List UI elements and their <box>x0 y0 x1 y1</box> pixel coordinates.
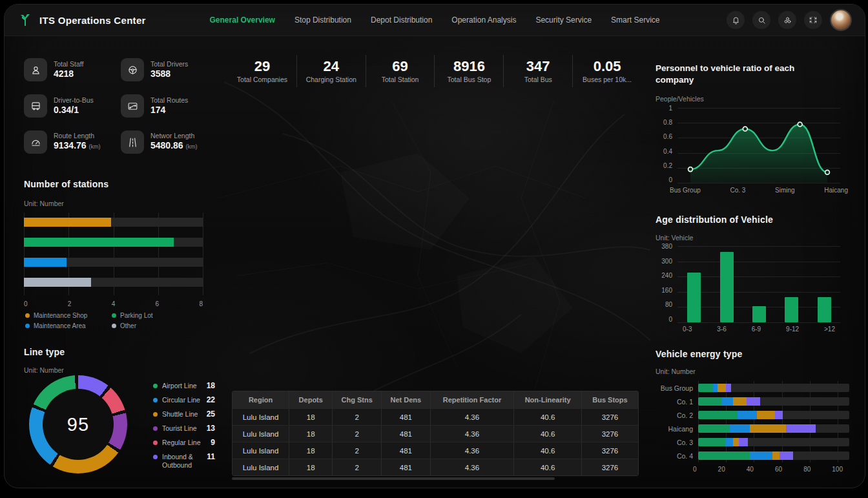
x-tick: 80 <box>803 466 811 473</box>
energy-segment <box>738 411 757 419</box>
table-cell: 4.36 <box>431 408 515 425</box>
y-tick: 0.2 <box>663 162 672 169</box>
summary-stat-label: Charging Station <box>306 76 356 83</box>
kpi-text: Total Routes174 <box>150 96 188 116</box>
apps-button[interactable] <box>778 11 796 29</box>
summary-stat-label: Total Bus <box>524 76 552 83</box>
energy-segment <box>713 384 718 392</box>
x-tick: 6-9 <box>752 326 761 333</box>
kpi-tile <box>121 94 144 118</box>
legend-label: Maintenance Shop <box>34 312 87 319</box>
table-cell: 3276 <box>582 459 638 475</box>
line-type-donut-chart: 95 <box>29 375 127 473</box>
table-cell: Lulu Island <box>232 408 289 425</box>
user-avatar[interactable] <box>830 9 852 31</box>
x-tick: 40 <box>747 466 754 473</box>
x-tick: 0 <box>24 300 28 307</box>
nav-item-depot-distribution[interactable]: Depot Distribution <box>371 16 432 25</box>
summary-stat-buses-per-10k-: 0.05Buses per 10k... <box>572 55 641 87</box>
table-cell: 40.6 <box>514 425 582 442</box>
nav-item-security-service[interactable]: Security Service <box>535 16 592 25</box>
summary-stat-label: Total Companies <box>237 76 287 83</box>
table-header-row: RegionDepotsChg StnsNet DensRepetition F… <box>232 391 638 408</box>
kpi-unit: (km) <box>186 143 198 150</box>
legend-dot <box>153 441 158 445</box>
fullscreen-button[interactable] <box>804 11 822 29</box>
search-button[interactable] <box>752 11 770 29</box>
energy-segment <box>733 397 747 406</box>
energy-segment <box>780 451 793 460</box>
energy-segment <box>698 451 750 460</box>
bar-track <box>24 238 203 247</box>
nav-item-smart-service[interactable]: Smart Service <box>611 16 659 25</box>
kpi-label: Driver-to-Bus <box>54 96 94 105</box>
kpi-grid: Total Staff4218Total Drivers3588Driver-t… <box>24 56 212 156</box>
donut-total-value: 95 <box>67 414 89 435</box>
table-header-cell: Non-Linearity <box>514 391 582 408</box>
energy-row-label: Co. 1 <box>656 398 698 406</box>
table-cell: 2 <box>333 459 382 475</box>
table-header-cell: Chg Stns <box>333 391 382 408</box>
line-type-legend-item: Inbound & Outbound11 <box>153 453 215 470</box>
legend-label: Circular Line <box>162 396 202 404</box>
x-tick: Bus Group <box>670 187 701 194</box>
top-bar: ITS Operations Center General OverviewSt… <box>5 5 865 36</box>
line-type-legend-item: Airport Line18 <box>153 382 215 390</box>
gridline <box>677 246 840 247</box>
energy-row-label: Haicang <box>656 425 698 433</box>
nav-item-stop-distribution[interactable]: Stop Distribution <box>294 16 351 25</box>
y-tick: 1 <box>668 105 672 112</box>
table-scrollbar[interactable] <box>232 477 555 480</box>
age-bar-0-3 <box>687 273 701 322</box>
personnel-x-axis: Bus GroupCo. 3SimingHaicang <box>670 187 848 194</box>
table-cell: 2 <box>333 408 382 425</box>
table-row: Lulu Island1824814.3640.63276 <box>232 408 638 425</box>
table-cell: 18 <box>289 408 333 425</box>
table-cell: Lulu Island <box>232 442 289 459</box>
legend-item: Other <box>112 322 198 329</box>
y-tick: 0.4 <box>663 148 672 155</box>
notification-button[interactable] <box>727 11 745 29</box>
summary-stat-total-companies: 29Total Companies <box>228 55 296 87</box>
energy-row-co-1: Co. 1 <box>656 395 849 408</box>
table-cell: 18 <box>289 459 333 475</box>
table-cell: 481 <box>382 425 431 442</box>
summary-stat-value: 24 <box>324 59 339 74</box>
legend-dot <box>25 324 30 328</box>
legend-label: Inbound & Outbound <box>162 453 202 470</box>
search-icon <box>757 16 767 25</box>
energy-row-track <box>698 424 849 433</box>
data-point <box>688 167 693 172</box>
header-actions <box>727 9 852 31</box>
kpi-text: Driver-to-Bus0.34/1 <box>54 96 94 116</box>
kpi-total-drivers: Total Drivers3588 <box>121 56 212 83</box>
x-tick: Haicang <box>824 187 848 194</box>
kpi-tile <box>121 58 144 81</box>
bar-track <box>24 218 203 227</box>
x-tick: 9-12 <box>786 326 799 333</box>
energy-segment <box>698 411 738 419</box>
x-tick: Siming <box>775 187 795 194</box>
energy-segment <box>750 424 786 433</box>
nav-item-operation-analysis[interactable]: Operation Analysis <box>451 16 516 25</box>
y-tick: 240 <box>661 272 672 279</box>
personnel-line <box>677 108 840 183</box>
nav-item-general-overview[interactable]: General Overview <box>210 16 275 25</box>
legend-value: 18 <box>207 382 215 390</box>
routes-icon <box>127 100 139 112</box>
legend-dot <box>153 412 158 417</box>
personnel-chart-title: Personnel to vehicle ratio of each compa… <box>656 63 817 86</box>
y-tick: 0 <box>668 316 672 323</box>
line-type-legend: Airport Line18Circular Line22Shuttle Lin… <box>153 382 215 470</box>
x-tick: 8 <box>199 300 203 307</box>
line-type-legend-item: Shuttle Line25 <box>153 410 215 419</box>
energy-segment <box>726 384 731 392</box>
legend-label: Tourist Line <box>162 424 202 433</box>
gridline <box>677 276 840 277</box>
bar-track <box>24 278 203 287</box>
summary-stat-label: Total Station <box>382 76 419 83</box>
x-tick: 100 <box>832 466 843 473</box>
table-cell: 4.36 <box>431 459 515 475</box>
steering-wheel-icon <box>127 64 139 76</box>
y-tick: 0.6 <box>663 133 672 140</box>
